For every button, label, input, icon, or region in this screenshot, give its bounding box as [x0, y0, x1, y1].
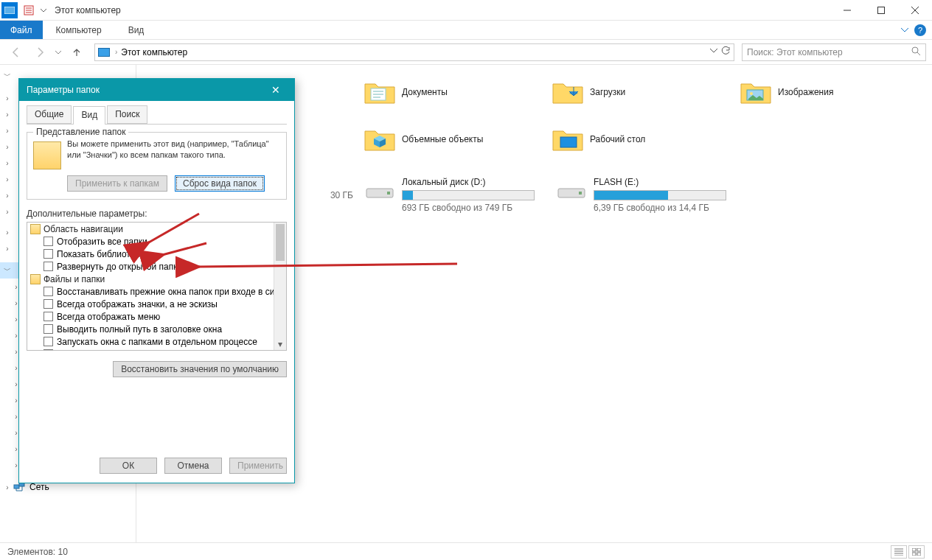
- status-item-count: Элементов: 10: [7, 547, 68, 557]
- ribbon-tab-view[interactable]: Вид: [115, 21, 158, 39]
- checkbox[interactable]: [44, 337, 53, 346]
- drive-icon: [555, 177, 588, 209]
- svg-point-8: [750, 92, 753, 95]
- svg-rect-4: [14, 485, 19, 489]
- drive-name: Локальный диск (D:): [402, 177, 542, 187]
- folder-downloads[interactable]: Загрузки: [549, 72, 729, 112]
- svg-rect-15: [917, 548, 921, 551]
- window-titlebar: Этот компьютер: [0, 0, 932, 21]
- checkbox[interactable]: [44, 349, 53, 351]
- checkbox[interactable]: [44, 287, 53, 296]
- folder-icon: [30, 274, 41, 284]
- tree-checkbox-item[interactable]: Показать библиотеки: [27, 248, 286, 260]
- view-icons-button[interactable]: [908, 545, 925, 559]
- drive-usage-bar: [594, 190, 726, 200]
- tree-checkbox-item[interactable]: Использовать мастер общего доступа (реко…: [27, 348, 286, 351]
- apply-button[interactable]: Применить: [229, 458, 287, 474]
- svg-rect-11: [387, 192, 390, 195]
- breadcrumb-separator-icon[interactable]: ›: [113, 48, 119, 56]
- ribbon-tab-file[interactable]: Файл: [0, 21, 43, 39]
- restore-defaults-button[interactable]: Восстановить значения по умолчанию: [113, 361, 287, 377]
- folder-documents[interactable]: Документы: [361, 72, 541, 112]
- drive-flash-e[interactable]: FLASH (E:) 6,39 ГБ свободно из 14,4 ГБ: [552, 174, 737, 216]
- cancel-button[interactable]: Отмена: [164, 458, 222, 474]
- ok-button[interactable]: ОК: [100, 458, 157, 474]
- checkbox[interactable]: [44, 237, 53, 246]
- dialog-tab-general[interactable]: Общие: [27, 105, 72, 124]
- folder-label: Рабочий стол: [590, 134, 645, 144]
- back-button[interactable]: [6, 42, 27, 63]
- svg-rect-14: [912, 548, 916, 551]
- dialog-tab-search[interactable]: Поиск: [107, 105, 147, 124]
- drive-partial-text: 30 ГБ: [309, 174, 353, 216]
- folder-views-icon: [33, 141, 61, 169]
- tree-checkbox-item[interactable]: Отобразить все папки: [27, 235, 286, 248]
- window-title: Этот компьютер: [55, 5, 121, 15]
- search-placeholder: Поиск: Этот компьютер: [747, 47, 843, 57]
- checkbox[interactable]: [44, 249, 53, 259]
- tree-checkbox-item[interactable]: Развернуть до открытой папки: [27, 260, 286, 273]
- help-icon[interactable]: ?: [914, 24, 926, 36]
- ribbon-expand-icon[interactable]: [901, 25, 908, 35]
- tree-checkbox-item[interactable]: Всегда отображать меню: [27, 310, 286, 323]
- search-input[interactable]: Поиск: Этот компьютер: [742, 43, 926, 61]
- close-button[interactable]: [898, 0, 932, 21]
- scroll-thumb[interactable]: [276, 224, 285, 261]
- tree-group-files[interactable]: Файлы и папки: [27, 273, 286, 285]
- reset-folders-button[interactable]: Сброс вида папок: [175, 175, 265, 192]
- dialog-titlebar[interactable]: Параметры папок ✕: [19, 79, 294, 101]
- scrollbar[interactable]: ▴ ▾: [274, 223, 286, 350]
- svg-rect-9: [560, 137, 577, 147]
- folder-views-group: Представление папок Вы можете применить …: [27, 132, 287, 200]
- folder-3d-objects[interactable]: Объемные объекты: [361, 119, 541, 159]
- tree-checkbox-item[interactable]: Выводить полный путь в заголовке окна: [27, 323, 286, 335]
- network-icon: [13, 482, 25, 492]
- search-icon[interactable]: [911, 46, 921, 58]
- view-details-button[interactable]: [891, 545, 907, 559]
- maximize-button[interactable]: [864, 0, 898, 21]
- qat-properties-icon[interactable]: [21, 2, 37, 18]
- checkbox[interactable]: [44, 312, 53, 321]
- tree-checkbox-item[interactable]: Восстанавливать прежние окна папок при в…: [27, 285, 286, 298]
- folder-options-dialog: Параметры папок ✕ Общие Вид Поиск Предст…: [18, 78, 295, 483]
- drive-usage-bar: [402, 190, 535, 200]
- drive-name: FLASH (E:): [594, 177, 734, 187]
- checkbox[interactable]: [44, 262, 53, 271]
- folder-icon: [30, 224, 41, 234]
- drive-local-d[interactable]: Локальный диск (D:) 693 ГБ свободно из 7…: [361, 174, 545, 216]
- tree-checkbox-item[interactable]: Запускать окна с папками в отдельном про…: [27, 335, 286, 348]
- dialog-tab-view[interactable]: Вид: [73, 106, 105, 125]
- address-bar[interactable]: › Этот компьютер: [94, 43, 734, 61]
- advanced-settings-tree[interactable]: Область навигации Отобразить все папки П…: [27, 222, 287, 351]
- svg-point-3: [912, 47, 918, 53]
- apply-to-folders-button[interactable]: Применить к папкам: [67, 175, 167, 192]
- up-button[interactable]: [66, 42, 87, 63]
- checkbox[interactable]: [44, 299, 53, 309]
- advanced-settings-label: Дополнительные параметры:: [27, 209, 287, 219]
- navigation-bar: › Этот компьютер Поиск: Этот компьютер: [0, 40, 932, 65]
- dialog-tabs: Общие Вид Поиск: [27, 105, 287, 125]
- qat-dropdown-icon[interactable]: [38, 2, 49, 18]
- folder-pictures[interactable]: Изображения: [737, 72, 917, 112]
- dialog-close-button[interactable]: ✕: [265, 79, 287, 101]
- folder-icon: [364, 123, 396, 155]
- folder-label: Документы: [402, 87, 448, 97]
- folder-desktop[interactable]: Рабочий стол: [549, 119, 729, 159]
- forward-button[interactable]: [29, 42, 50, 63]
- scroll-down-icon[interactable]: ▾: [274, 337, 286, 350]
- breadcrumb-this-pc[interactable]: Этот компьютер: [119, 47, 189, 57]
- svg-rect-2: [878, 7, 885, 13]
- recent-dropdown-icon[interactable]: [53, 42, 63, 63]
- ribbon-tab-computer[interactable]: Компьютер: [43, 21, 115, 39]
- folder-icon: [740, 76, 772, 108]
- drive-subtext: 6,39 ГБ свободно из 14,4 ГБ: [594, 203, 734, 213]
- address-dropdown-icon[interactable]: [710, 46, 717, 58]
- minimize-button[interactable]: [830, 0, 864, 21]
- refresh-icon[interactable]: [720, 46, 731, 58]
- group-title: Представление папок: [33, 127, 128, 137]
- checkbox[interactable]: [44, 324, 53, 334]
- tree-checkbox-item[interactable]: Всегда отображать значки, а не эскизы: [27, 298, 286, 310]
- tree-group-navigation[interactable]: Область навигации: [27, 223, 286, 235]
- tree-item-label: Сеть: [29, 482, 49, 492]
- folder-icon: [364, 76, 396, 108]
